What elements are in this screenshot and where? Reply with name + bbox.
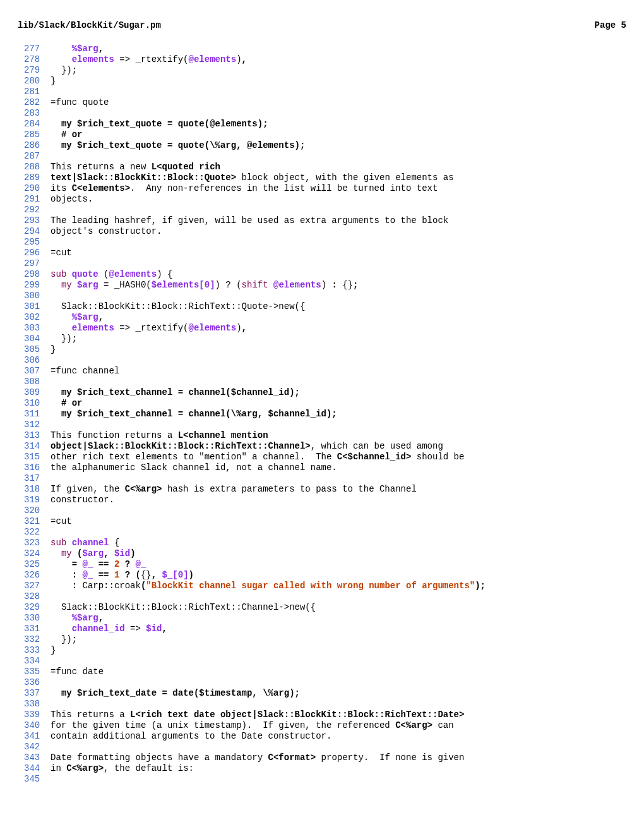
line-number: 325: [18, 559, 40, 570]
code-token: sub: [51, 269, 72, 279]
line-number: 293: [18, 215, 40, 226]
code-line: 342: [18, 742, 626, 752]
line-number: 284: [18, 119, 40, 130]
code-token: %$arg: [72, 312, 98, 322]
line-number: 317: [18, 473, 40, 484]
line-number: 326: [18, 570, 40, 581]
code-token: Carp::croak: [83, 581, 141, 591]
line-number: 302: [18, 312, 40, 323]
code-line: 310 # or: [18, 398, 626, 409]
code-line: 320: [18, 505, 626, 516]
code-line: 327 : Carp::croak("BlockKit channel suga…: [18, 581, 626, 591]
code-line: 323sub channel {: [18, 538, 626, 548]
code-line: 298sub quote (@elements) {: [18, 269, 626, 280]
code-token: text|Slack::BlockKit::Block::Quote>: [51, 172, 236, 183]
code-line: 288This returns a new L<quoted rich: [18, 162, 626, 172]
code-token: [51, 688, 61, 698]
code-token: C<%arg>: [66, 763, 104, 773]
code-token: [51, 312, 72, 322]
code-token: =cut: [51, 248, 72, 258]
code-line: 300: [18, 291, 626, 301]
code-token: ==: [93, 559, 114, 569]
code-token: can: [432, 720, 454, 730]
line-number: 278: [18, 54, 40, 65]
code-token: [51, 387, 61, 397]
code-line: 292: [18, 205, 626, 215]
code-line: 341contain additional arguments to the D…: [18, 731, 626, 742]
code-token: }: [51, 76, 56, 86]
line-number: 314: [18, 441, 40, 452]
code-line: 299 my $arg = _HASH0($elements[0]) ? (sh…: [18, 280, 626, 291]
code-token: my: [61, 548, 72, 559]
code-token: @_: [136, 559, 146, 569]
code-token: This function returns a: [51, 430, 178, 440]
code-line: 277 %$arg,: [18, 44, 626, 54]
code-line: 297: [18, 258, 626, 269]
code-token: (: [77, 548, 82, 559]
code-token: => _rtextify(: [114, 323, 189, 333]
code-token: $id: [114, 548, 130, 559]
code-line: 316the alphanumeric Slack channel id, no…: [18, 462, 626, 473]
code-token: Date formatting objects have a mandatory: [51, 752, 268, 763]
code-line: 289text|Slack::BlockKit::Block::Quote> b…: [18, 172, 626, 183]
code-line: 296=cut: [18, 248, 626, 258]
code-token: hash is extra parameters to pass to the …: [162, 484, 417, 494]
code-token: :: [72, 570, 83, 580]
page-number: Page 5: [595, 20, 626, 31]
line-number: 277: [18, 44, 40, 54]
code-token: $id: [146, 624, 162, 634]
code-line: 278 elements => _rtextify(@elements),: [18, 54, 626, 65]
code-line: 345: [18, 774, 626, 785]
code-token: ): [236, 54, 241, 64]
code-token: =>: [125, 624, 146, 634]
page-header: lib/Slack/BlockKit/Sugar.pm Page 5: [18, 20, 626, 31]
code-token: @elements: [109, 269, 157, 279]
code-token: ): [321, 280, 326, 290]
code-line: 291objects.: [18, 194, 626, 205]
code-line: 332 });: [18, 634, 626, 645]
line-number: 292: [18, 205, 40, 215]
code-token: ) ? (: [215, 280, 242, 290]
code-token: [51, 323, 72, 333]
line-number: 337: [18, 688, 40, 699]
code-token: [51, 624, 72, 634]
code-line: 317: [18, 473, 626, 484]
line-number: 339: [18, 710, 40, 720]
code-token: = _HASH0(: [98, 280, 152, 290]
line-number: 336: [18, 677, 40, 688]
code-token: C<%arg>: [125, 484, 162, 494]
code-token: });: [51, 334, 77, 344]
code-token: $arg: [77, 280, 98, 290]
code-line: 322: [18, 527, 626, 538]
code-line: 305}: [18, 344, 626, 355]
code-token: ,: [162, 624, 167, 634]
code-token: ,: [98, 312, 104, 322]
line-number: 295: [18, 237, 40, 248]
code-line: 343Date formatting objects have a mandat…: [18, 752, 626, 763]
line-number: 279: [18, 65, 40, 76]
line-number: 329: [18, 602, 40, 613]
code-line: 334: [18, 656, 626, 667]
code-line: 314object|Slack::BlockKit::Block::RichTe…: [18, 441, 626, 452]
code-line: 311 my $rich_text_channel = channel(\%ar…: [18, 409, 626, 420]
code-token: L<rich text date object|Slack::BlockKit:…: [130, 710, 464, 720]
code-line: 340for the given time (a unix timestamp)…: [18, 720, 626, 731]
line-number: 281: [18, 87, 40, 97]
code-token: =cut: [51, 516, 72, 526]
code-token: ;: [353, 280, 358, 290]
code-token: L<quoted rich: [152, 162, 220, 172]
line-number: 316: [18, 462, 40, 473]
code-token: $elements[0]: [152, 280, 215, 290]
code-line: 324 my ($arg, $id): [18, 548, 626, 559]
code-token: channel_id: [72, 624, 125, 634]
code-token: my: [61, 280, 72, 290]
code-line: 284 my $rich_text_quote = quote(@element…: [18, 119, 626, 130]
line-number: 341: [18, 731, 40, 742]
code-token: # or: [61, 130, 83, 140]
code-token: $_[0]: [162, 570, 189, 580]
code-token: [72, 548, 77, 559]
code-token: [51, 119, 61, 129]
code-token: C<format>: [268, 752, 316, 763]
page: lib/Slack/BlockKit/Sugar.pm Page 5 277 %…: [0, 0, 644, 834]
code-line: 321=cut: [18, 516, 626, 527]
